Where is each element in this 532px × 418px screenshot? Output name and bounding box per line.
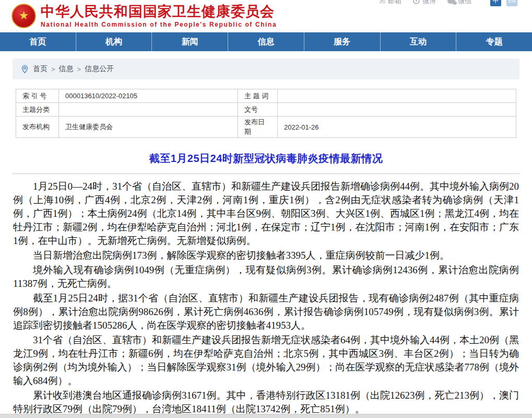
emblem-star-icon: ★: [19, 10, 29, 21]
wechat-link[interactable]: 微信: [447, 0, 471, 6]
breadcrumb-separator: >: [77, 65, 81, 73]
breadcrumb-information[interactable]: 信息: [59, 64, 74, 74]
breadcrumb-home[interactable]: 首页: [33, 64, 48, 74]
meta-value-document-number: [278, 103, 516, 117]
mail-link-label: 邮箱: [388, 0, 401, 6]
weibo-link-label: 微博: [422, 0, 436, 6]
page-title: 截至1月25日24时新型冠状病毒肺炎疫情最新情况: [13, 152, 519, 166]
site-titles: 中华人民共和国国家卫生健康委员会 National Health Commiss…: [41, 3, 277, 28]
lang-en-button[interactable]: EN: [506, 0, 517, 6]
nav-item-interaction[interactable]: 互动: [380, 32, 456, 51]
lang-zh-button[interactable]: 中: [490, 0, 501, 6]
page: ★ 中华人民共和国国家卫生健康委员会 National Health Commi…: [0, 0, 532, 418]
nav-item-home[interactable]: 首页: [0, 32, 76, 51]
mail-icon: ✉: [379, 0, 385, 5]
meta-table-row: 发布机构 卫生健康委员会 发布日期 2022-01-26: [16, 117, 516, 138]
site-title: 中华人民共和国国家卫生健康委员会: [41, 3, 277, 20]
main-nav: 首页 机构 新闻 信息 服务 互动 专题: [0, 32, 532, 51]
meta-label-subject-words: 主 题 词: [238, 89, 278, 103]
nav-item-topics[interactable]: 专题: [456, 32, 532, 51]
nav-item-information[interactable]: 信息: [228, 32, 304, 51]
breadcrumb-info-disclosure[interactable]: 信息公开: [85, 64, 114, 74]
footer-strip: [0, 414, 532, 418]
header-quick-links: ✉ 邮箱 微博 微信 中 EN: [379, 0, 517, 6]
wechat-icon: [447, 0, 455, 4]
meta-value-subject-words: [278, 89, 516, 103]
meta-value-index-number: 000013610/2022-02105: [59, 89, 238, 103]
breadcrumb-separator: >: [51, 65, 55, 73]
meta-value-issuing-agency: 卫生健康委员会: [59, 117, 238, 138]
meta-label-topic-category: 主题分类: [16, 103, 59, 117]
nav-item-services[interactable]: 服务: [304, 32, 380, 51]
meta-label-document-number: 文号: [238, 103, 278, 117]
breadcrumb: 首页 > 信息 > 信息公开: [13, 59, 519, 79]
site-subtitle: National Health Commission of the People…: [41, 21, 277, 28]
article-paragraph: 境外输入现有确诊病例1049例（无重症病例），现有疑似病例3例。累计确诊病例12…: [13, 263, 519, 291]
article-paragraph: 截至1月25日24时，据31个省（自治区、直辖市）和新疆生产建设兵团报告，现有确…: [13, 292, 519, 332]
site-header: ★ 中华人民共和国国家卫生健康委员会 National Health Commi…: [0, 0, 532, 32]
dotted-divider: [13, 173, 519, 174]
article-paragraph: 当日新增治愈出院病例173例，解除医学观察的密切接触者3395人，重症病例较前一…: [13, 249, 519, 262]
nav-item-news[interactable]: 新闻: [151, 32, 228, 51]
article-body: 1月25日0—24时，31个省（自治区、直辖市）和新疆生产建设兵团报告新增确诊病…: [13, 180, 519, 416]
meta-table-row: 主题分类 文号: [16, 103, 516, 117]
meta-label-issuing-agency: 发布机构: [16, 117, 59, 138]
weibo-icon: [413, 0, 420, 4]
mail-link[interactable]: ✉ 邮箱: [379, 0, 401, 6]
article-paragraph: 累计收到港澳台地区通报确诊病例31671例。其中，香港特别行政区13181例（出…: [13, 389, 519, 416]
meta-value-publish-date: 2022-01-26: [278, 117, 516, 138]
meta-label-publish-date: 发布日期: [238, 117, 278, 138]
meta-table-row: 索 引 号 000013610/2022-02105 主 题 词: [16, 89, 516, 103]
wechat-link-label: 微信: [458, 0, 471, 6]
location-pin-icon: [21, 65, 28, 74]
nav-item-organization[interactable]: 机构: [76, 32, 152, 51]
article-paragraph: 1月25日0—24时，31个省（自治区、直辖市）和新疆生产建设兵团报告新增确诊病…: [13, 180, 519, 248]
national-emblem-logo[interactable]: ★: [11, 4, 36, 28]
meta-label-index-number: 索 引 号: [16, 89, 59, 103]
meta-table: 索 引 号 000013610/2022-02105 主 题 词 主题分类 文号…: [16, 89, 516, 138]
article-paragraph: 31个省（自治区、直辖市）和新疆生产建设兵团报告新增无症状感染者64例，其中境外…: [13, 333, 519, 388]
weibo-link[interactable]: 微博: [413, 0, 436, 6]
meta-value-topic-category: [59, 103, 238, 117]
